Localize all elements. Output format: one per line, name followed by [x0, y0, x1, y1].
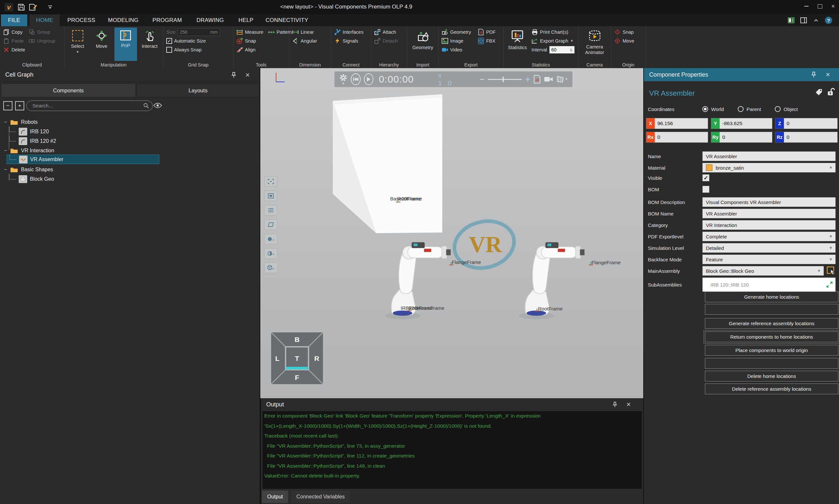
view-cube[interactable]: B L T R F	[270, 331, 324, 385]
slider-thumb[interactable]	[502, 77, 503, 82]
tree-item-robots[interactable]: − Robots	[3, 117, 38, 127]
attach-button[interactable]: Attach	[373, 28, 405, 36]
export-fbx-button[interactable]: FBX	[477, 36, 497, 45]
size-input[interactable]: 250 mm	[177, 28, 220, 36]
close-panel-icon[interactable]: ✕	[624, 400, 633, 408]
sub-assemblies-field[interactable]: IRB 120::IRB 120	[702, 277, 836, 292]
search-input[interactable]	[32, 103, 141, 109]
detach-button[interactable]: Detach	[373, 36, 405, 45]
tree-item-basic-shapes[interactable]: − Basic Shapes	[3, 165, 53, 174]
collapse-ribbon-icon[interactable]	[812, 16, 820, 24]
group-button[interactable]: Group	[28, 28, 56, 36]
tree-item-vr-interaction[interactable]: − VR Interaction	[3, 146, 54, 155]
statistics-button[interactable]: Statistics	[506, 28, 529, 61]
expand-field-icon[interactable]	[826, 281, 833, 288]
play-button[interactable]	[364, 73, 374, 85]
pdf-exportlevel-dropdown[interactable]: Complete▼	[702, 232, 836, 241]
tab-process[interactable]: PROCESS	[65, 14, 98, 26]
viewport-tool-views-list-icon[interactable]	[264, 205, 277, 215]
always-snap-checkbox[interactable]: Always Snap	[165, 45, 231, 54]
radio-world[interactable]	[702, 106, 708, 112]
snap-button[interactable]: Snap	[235, 36, 287, 45]
close-button[interactable]: ×	[827, 2, 839, 11]
speed-decrease-button[interactable]: −	[480, 74, 484, 85]
reset-simulation-button[interactable]	[351, 73, 361, 85]
close-panel-icon[interactable]: ✕	[243, 71, 252, 79]
pin-icon[interactable]	[611, 400, 619, 408]
interval-input[interactable]: 60 s	[549, 46, 575, 54]
main-assembly-dropdown[interactable]: Block Geo::Block Geo▼	[702, 266, 824, 276]
viewport-3d[interactable]: ▼ 0:00:00 x 1.0 − + ▼	[260, 68, 643, 398]
output-console[interactable]: Error in component 'Block Geo' link 'Blo…	[262, 411, 642, 489]
pnp-button[interactable]: PnP	[115, 28, 137, 61]
tree-item-irb120-2[interactable]: IRB 120 #2	[9, 136, 56, 146]
pick-assembly-button[interactable]	[826, 266, 836, 275]
viewport-tool-zoom-extents-icon[interactable]	[264, 191, 277, 201]
linear-button[interactable]: Linear	[291, 28, 329, 36]
delete-reference-assembly-locations-button[interactable]: Delete reference assembly locations	[705, 383, 838, 394]
visibility-eye-icon[interactable]	[153, 103, 162, 108]
coordinate-z-field[interactable]: Z 0	[775, 118, 838, 129]
origin-snap-button[interactable]: Snap	[613, 28, 644, 36]
import-geometry-button[interactable]: Geometry	[409, 28, 436, 61]
export-pdf-viewport-icon[interactable]	[533, 75, 541, 84]
move-button[interactable]: Move	[90, 28, 113, 61]
lock-open-icon[interactable]	[827, 88, 835, 96]
bom-name-field[interactable]: VR Assembler	[702, 209, 836, 218]
tab-connected-variables[interactable]: Connected Variables	[291, 490, 350, 503]
name-field[interactable]: VR Assembler	[702, 151, 836, 161]
viewport-tool-plane-icon[interactable]	[264, 219, 277, 230]
record-video-icon[interactable]	[544, 76, 553, 82]
tab-layouts[interactable]: Layouts	[137, 84, 259, 97]
pin-icon[interactable]	[809, 71, 818, 78]
coordinate-y-field[interactable]: Y -863.625	[711, 118, 772, 129]
coordinate-x-field[interactable]: X 96.156	[646, 118, 708, 129]
delete-button[interactable]: Delete	[2, 45, 26, 54]
tab-home[interactable]: HOME	[30, 14, 60, 26]
simulation-level-dropdown[interactable]: Detailed▼	[702, 243, 836, 253]
tag-icon[interactable]	[815, 88, 823, 96]
automatic-size-checkbox[interactable]: ✓ Automatic Size	[165, 36, 231, 45]
viewport-tool-shading-icon[interactable]	[264, 248, 277, 259]
generate-reference-assembly-locations-button[interactable]: Generate reference assembly locations	[705, 318, 838, 329]
interfaces-button[interactable]: Interfaces	[333, 28, 369, 36]
export-video-button[interactable]: Video	[441, 45, 472, 54]
coordinate-rz-field[interactable]: Rz 0	[775, 132, 838, 143]
collapse-toggle-icon[interactable]: −	[3, 148, 8, 154]
material-dropdown[interactable]: bronze_satin ▼	[702, 163, 836, 173]
animation-export-button[interactable]: ▼	[557, 76, 568, 83]
block-geo-3d[interactable]	[329, 92, 446, 234]
bom-description-field[interactable]: Visual Components VR Assembler	[702, 197, 836, 207]
help-icon[interactable]: ?	[824, 16, 833, 24]
camera-animator-button[interactable]: CameraAnimator	[580, 28, 609, 61]
save-as-icon[interactable]	[28, 2, 38, 12]
coordinate-rx-field[interactable]: Rx 0	[646, 132, 708, 143]
search-box[interactable]	[26, 101, 153, 111]
coordinate-ry-field[interactable]: Ry 0	[711, 132, 772, 143]
panes-icon[interactable]	[799, 16, 808, 24]
tab-file[interactable]: FILE	[1, 14, 27, 26]
generate-home-locations-button[interactable]: Generate home locations	[705, 291, 838, 302]
maximize-button[interactable]	[815, 2, 825, 11]
tree-item-block-geo[interactable]: Block Geo	[9, 174, 54, 184]
tab-program[interactable]: PROGRAM	[149, 14, 186, 26]
tab-modeling[interactable]: MODELING	[104, 14, 142, 26]
viewport-tool-fit-icon[interactable]	[264, 176, 277, 187]
pin-icon[interactable]	[229, 71, 238, 79]
collapse-toggle-icon[interactable]: −	[3, 119, 8, 125]
align-button[interactable]: Align	[235, 45, 287, 54]
save-icon[interactable]	[16, 2, 26, 12]
tab-output[interactable]: Output	[262, 490, 288, 503]
category-field[interactable]: VR Interaction	[702, 220, 836, 230]
tab-connectivity[interactable]: CONNECTIVITY	[262, 14, 311, 26]
place-components-to-world-origin-button[interactable]: Place components to world origin	[705, 345, 838, 356]
copy-button[interactable]: Copy	[2, 28, 26, 36]
export-graph-button[interactable]: Export Graph ▼	[530, 36, 576, 45]
simulation-settings-button[interactable]: ▼	[339, 73, 347, 85]
tree-item-irb120[interactable]: IRB 120	[9, 127, 49, 136]
export-geometry-button[interactable]: Geometry	[441, 28, 472, 36]
ungroup-button[interactable]: Ungroup	[28, 36, 56, 45]
radio-parent[interactable]	[738, 106, 743, 112]
print-charts-button[interactable]: Print Chart(s)	[530, 28, 576, 36]
app-logo-icon[interactable]: v	[4, 2, 14, 12]
